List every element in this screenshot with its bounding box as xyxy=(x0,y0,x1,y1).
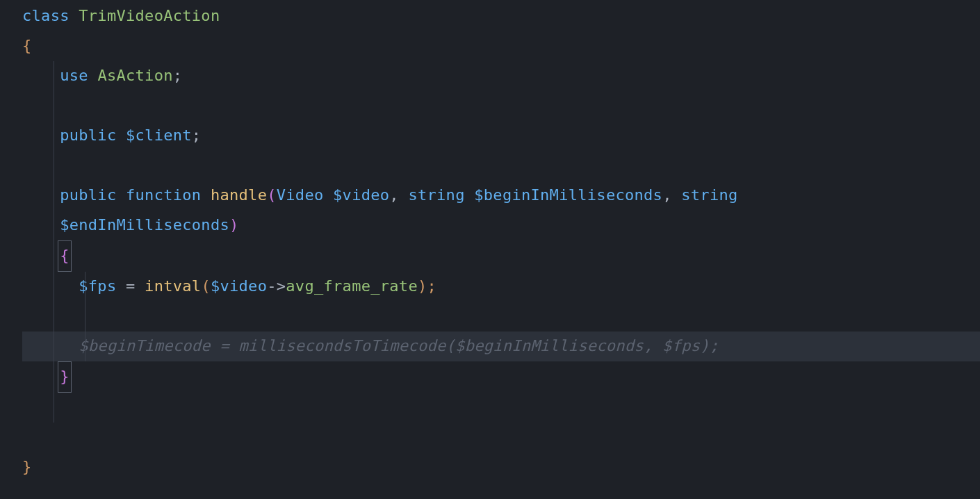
equals: = xyxy=(126,277,136,295)
type-hint: string xyxy=(681,186,737,204)
type-hint: Video xyxy=(277,186,324,204)
variable: $client xyxy=(126,126,192,144)
keyword-public: public xyxy=(60,126,116,144)
function-call: intval xyxy=(145,277,201,295)
code-line[interactable]: } xyxy=(22,452,980,482)
code-line[interactable]: $endInMilliseconds) xyxy=(22,211,980,240)
brace-open: { xyxy=(22,37,32,54)
comma: , xyxy=(389,186,399,204)
property: avg_frame_rate xyxy=(286,277,418,295)
parameter: $endInMilliseconds xyxy=(60,216,229,234)
code-line-empty[interactable] xyxy=(22,393,980,423)
keyword-use: use xyxy=(60,67,88,84)
matched-brace-open: { xyxy=(58,240,72,272)
code-line[interactable]: { xyxy=(22,240,980,272)
code-editor[interactable]: class TrimVideoAction { use AsAction; pu… xyxy=(0,0,980,482)
semicolon: ; xyxy=(192,126,202,144)
variable: $video xyxy=(211,277,267,295)
code-line[interactable]: { xyxy=(22,31,980,61)
paren-open: ( xyxy=(267,186,277,204)
parameter: $beginInMilliseconds xyxy=(474,186,662,204)
code-line[interactable]: } xyxy=(22,361,980,393)
semicolon: ; xyxy=(173,67,183,84)
code-line-empty[interactable] xyxy=(22,302,980,332)
comma: , xyxy=(662,186,672,204)
code-line-empty[interactable] xyxy=(22,423,980,452)
code-line-empty[interactable] xyxy=(22,151,980,181)
paren-close-semi: ); xyxy=(418,277,436,295)
arrow-operator: -> xyxy=(267,277,286,295)
keyword-class: class xyxy=(22,7,70,24)
keyword-function: function xyxy=(126,186,201,204)
brace-close: } xyxy=(22,458,32,475)
paren-open: ( xyxy=(201,277,211,295)
type-hint: string xyxy=(408,186,464,204)
ghost-suggestion-line[interactable]: $beginTimecode = millisecondsToTimecode(… xyxy=(22,332,980,361)
paren-close: ) xyxy=(229,216,239,234)
code-line[interactable]: $fps = intval($video->avg_frame_rate); xyxy=(22,272,980,302)
parameter: $video xyxy=(333,186,389,204)
keyword-public: public xyxy=(60,186,116,204)
code-line[interactable]: use AsAction; xyxy=(22,61,980,91)
ghost-text[interactable]: $beginTimecode = millisecondsToTimecode(… xyxy=(79,337,719,354)
code-line[interactable]: class TrimVideoAction xyxy=(22,1,980,31)
function-name: handle xyxy=(211,186,267,204)
trait-name: AsAction xyxy=(97,67,172,84)
code-line-empty[interactable] xyxy=(22,91,980,121)
matched-brace-close: } xyxy=(58,361,72,393)
class-name: TrimVideoAction xyxy=(79,7,220,24)
code-line[interactable]: public $client; xyxy=(22,121,980,151)
code-line[interactable]: public function handle(Video $video, str… xyxy=(22,181,980,211)
